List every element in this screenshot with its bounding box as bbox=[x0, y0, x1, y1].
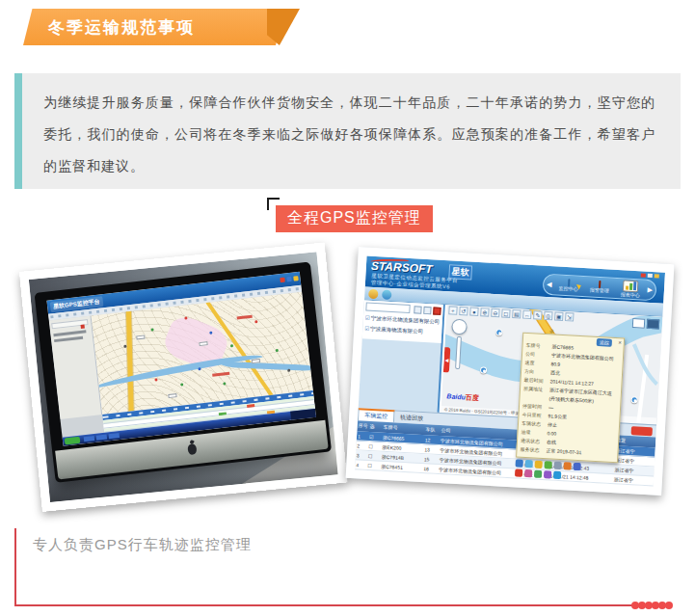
tree-item-company: ☑宁波康海物流有限公司 bbox=[364, 325, 441, 335]
nav-item-alarm: 报警管理 bbox=[585, 281, 615, 295]
starsoft-app: STARSOFT 星软 星软卫星定位动态监控云服务平台 管理中心·企业综合管理系… bbox=[355, 255, 665, 486]
bar-chart-icon bbox=[623, 280, 639, 292]
vehicle-marker-icon bbox=[287, 369, 290, 372]
alert-flag-icon bbox=[433, 307, 441, 314]
taskbar-item bbox=[109, 433, 120, 439]
action-icon bbox=[544, 461, 551, 469]
red-dots-decoration bbox=[632, 602, 673, 609]
action-icon bbox=[534, 461, 542, 469]
action-icon bbox=[573, 463, 580, 470]
tool-icon: ⇲ bbox=[565, 312, 574, 321]
tool-icon: ● bbox=[469, 308, 478, 316]
winter-transport-page: 冬季运输规范事项 为继续提升服务质量，保障合作伙伴货物安全，体现二十年品质，二十… bbox=[0, 0, 695, 616]
white-control-icon bbox=[648, 274, 653, 278]
tool-icon: ✎ bbox=[533, 310, 542, 319]
action-icon bbox=[553, 462, 561, 469]
action-icon bbox=[524, 469, 532, 477]
red-control-icon bbox=[641, 273, 646, 277]
tool-icon: ▤ bbox=[512, 309, 521, 318]
baidu-logo: Baidu百度 bbox=[446, 391, 479, 403]
apple-logo-icon bbox=[187, 443, 197, 455]
nav-right-arrow-icon: ▶ bbox=[647, 286, 653, 294]
action-icon bbox=[544, 470, 551, 478]
taskbar-item bbox=[96, 435, 107, 441]
action-icon bbox=[524, 460, 532, 468]
tool-icon: ↺ bbox=[459, 307, 468, 315]
action-icon bbox=[553, 471, 561, 479]
search-icon bbox=[414, 306, 421, 313]
map-road bbox=[126, 308, 134, 415]
nav-item-report: 报表中心 bbox=[616, 280, 646, 300]
globe-icon bbox=[382, 289, 392, 300]
taskbar-item bbox=[84, 436, 94, 442]
map-label bbox=[168, 393, 176, 398]
vehicle-marker-icon bbox=[223, 382, 226, 385]
vehicle-marker-icon bbox=[230, 344, 233, 347]
tree-item-company: ☑宁波市环北物流集团有限公司 bbox=[365, 315, 442, 326]
vehicle-marker-icon bbox=[254, 320, 257, 323]
nav-item-monitor: 监控中心 bbox=[553, 279, 583, 293]
row-checkbox-icon: ☑ bbox=[368, 432, 382, 442]
imac-monitor: 星软GPS监控平台 bbox=[34, 262, 332, 483]
system-tray bbox=[290, 409, 316, 420]
map-red-annotation bbox=[237, 315, 253, 320]
tool-icon: ⊖ bbox=[491, 308, 499, 317]
action-icon bbox=[515, 469, 522, 476]
tool-icon: ↔ bbox=[522, 310, 531, 319]
start-button bbox=[65, 437, 81, 445]
alert-icon bbox=[81, 324, 85, 328]
window-controls bbox=[641, 273, 659, 278]
map-label bbox=[136, 335, 145, 339]
vehicle-marker-icon bbox=[198, 367, 200, 370]
vehicle-marker-icon bbox=[180, 383, 183, 386]
red-frame-bottom-line bbox=[14, 604, 634, 606]
track-button: 追踪 bbox=[597, 338, 612, 347]
red-frame-left-line bbox=[14, 528, 16, 606]
gps-section-title: 全程GPS监控管理 bbox=[276, 205, 433, 232]
intro-text: 为继续提升服务质量，保障合作伙伴货物安全，体现二十年品质，二十年承诺的势力，坚守… bbox=[43, 87, 655, 182]
tree-panel-top: ☑宁波市环北物流集团有限公司 ☑宁波康海物流有限公司 bbox=[362, 300, 443, 343]
action-icon bbox=[516, 459, 523, 467]
photo-imac-gps-monitor: 星软GPS监控平台 bbox=[19, 243, 347, 512]
page-title: 冬季运输规范事项 bbox=[48, 16, 195, 39]
tree-item bbox=[54, 336, 83, 342]
row-checkbox-icon: ☐ bbox=[367, 451, 381, 461]
action-icon bbox=[563, 462, 571, 469]
intro-block: 为继续提升服务质量，保障合作伙伴货物安全，体现二十年品质，二十年承诺的势力，坚守… bbox=[14, 73, 681, 189]
nav-left-arrow-icon: ◀ bbox=[547, 281, 552, 288]
close-icon: × bbox=[618, 339, 622, 345]
checkbox-checked-icon: ☑ bbox=[365, 315, 370, 321]
photo-caption: 专人负责GPS行车轨迹监控管理 bbox=[33, 536, 252, 554]
tool-icon: ⊕ bbox=[480, 308, 489, 316]
action-icon bbox=[534, 470, 542, 478]
imac-screen: 星软GPS监控平台 bbox=[46, 272, 316, 446]
user-icon bbox=[368, 289, 379, 300]
tool-icon: ◎ bbox=[544, 311, 552, 320]
vehicle-search-input bbox=[365, 303, 410, 314]
fleet-tree-panel: ☑宁波市环北物流集团有限公司 ☑宁波康海物流有限公司 bbox=[359, 300, 445, 413]
list-icon bbox=[423, 307, 431, 314]
monitor-map-icon bbox=[568, 279, 570, 286]
vehicle-marker-icon bbox=[276, 349, 279, 352]
vehicle-marker-icon bbox=[154, 378, 157, 381]
alarm-icon bbox=[599, 280, 601, 287]
map-red-annotation bbox=[212, 372, 229, 377]
red-icon bbox=[280, 278, 285, 283]
blue-icon bbox=[286, 277, 292, 282]
checkbox-checked-icon: ☑ bbox=[364, 325, 369, 331]
tool-icon: ▣ bbox=[554, 311, 563, 320]
vehicle-info-popup: 追踪 × 车牌号浙C76665 公司宁波市环北物流集团有限公司 速度80.9 方… bbox=[516, 333, 625, 464]
alarm-badge bbox=[631, 426, 653, 436]
map-type-icon bbox=[632, 318, 646, 329]
yellow-control-icon bbox=[655, 274, 659, 278]
photo-starsoft-screenshot: STARSOFT 星软 星软卫星定位动态监控云服务平台 管理中心·企业综合管理系… bbox=[346, 247, 675, 495]
tool-icon: ◻ bbox=[501, 308, 510, 317]
satellite-type-icon bbox=[647, 319, 660, 330]
row-checkbox-icon: ☐ bbox=[366, 461, 380, 470]
map-river bbox=[222, 362, 313, 371]
vehicle-marker-icon bbox=[150, 328, 153, 331]
tool-icon: + bbox=[448, 306, 457, 314]
yellow-icon bbox=[293, 276, 299, 281]
tree-search-box bbox=[51, 319, 88, 329]
row-checkbox-icon: ☐ bbox=[367, 442, 381, 451]
